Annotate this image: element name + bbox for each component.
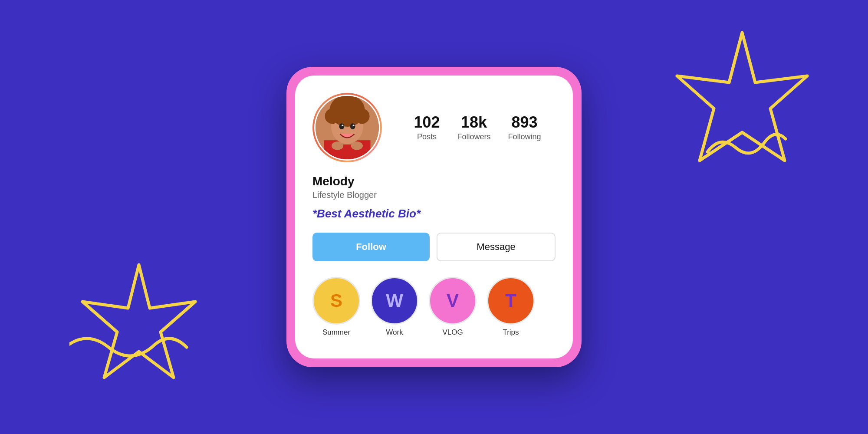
highlight-vlog-circle: V <box>429 277 477 325</box>
highlight-summer[interactable]: S Summer <box>312 277 360 337</box>
highlight-trips-label: Trips <box>503 328 519 337</box>
svg-point-13 <box>342 125 343 126</box>
svg-point-12 <box>350 123 355 129</box>
following-count: 893 <box>512 114 538 131</box>
svg-point-14 <box>353 125 355 126</box>
highlight-work-label: Work <box>386 328 403 337</box>
profile-header: 102 Posts 18k Followers 893 Following <box>312 93 556 162</box>
highlight-trips-circle: T <box>487 277 535 325</box>
highlight-summer-label: Summer <box>322 328 350 337</box>
followers-label: Followers <box>457 132 491 141</box>
message-button[interactable]: Message <box>437 233 556 261</box>
posts-label: Posts <box>417 132 437 141</box>
stats-area: 102 Posts 18k Followers 893 Following <box>399 114 556 142</box>
highlight-work-circle: W <box>371 277 418 325</box>
following-label: Following <box>508 132 541 141</box>
svg-point-11 <box>339 123 345 129</box>
story-highlights: S Summer W Work V VLOG T Trips <box>312 277 556 337</box>
highlight-vlog-label: VLOG <box>442 328 463 337</box>
left-star-decoration <box>69 260 208 399</box>
highlight-work[interactable]: W Work <box>371 277 418 337</box>
right-star-decoration <box>660 26 825 191</box>
posts-count: 102 <box>414 114 440 131</box>
svg-point-15 <box>332 141 343 150</box>
stat-posts[interactable]: 102 Posts <box>414 114 440 142</box>
phone-frame: 102 Posts 18k Followers 893 Following Me… <box>286 67 582 367</box>
phone-screen: 102 Posts 18k Followers 893 Following Me… <box>295 76 573 358</box>
highlight-summer-circle: S <box>312 277 360 325</box>
stat-followers[interactable]: 18k Followers <box>457 114 491 142</box>
svg-point-10 <box>340 99 354 112</box>
follow-button[interactable]: Follow <box>312 233 430 261</box>
profile-bio: *Best Aesthetic Bio* <box>312 207 556 220</box>
action-buttons: Follow Message <box>312 233 556 261</box>
stat-following[interactable]: 893 Following <box>508 114 541 142</box>
highlight-vlog[interactable]: V VLOG <box>429 277 477 337</box>
profile-job-title: Lifestyle Blogger <box>312 190 556 200</box>
highlight-trips[interactable]: T Trips <box>487 277 535 337</box>
profile-name: Melody <box>312 174 556 188</box>
followers-count: 18k <box>461 114 487 131</box>
avatar <box>312 93 382 162</box>
svg-point-16 <box>351 141 363 150</box>
